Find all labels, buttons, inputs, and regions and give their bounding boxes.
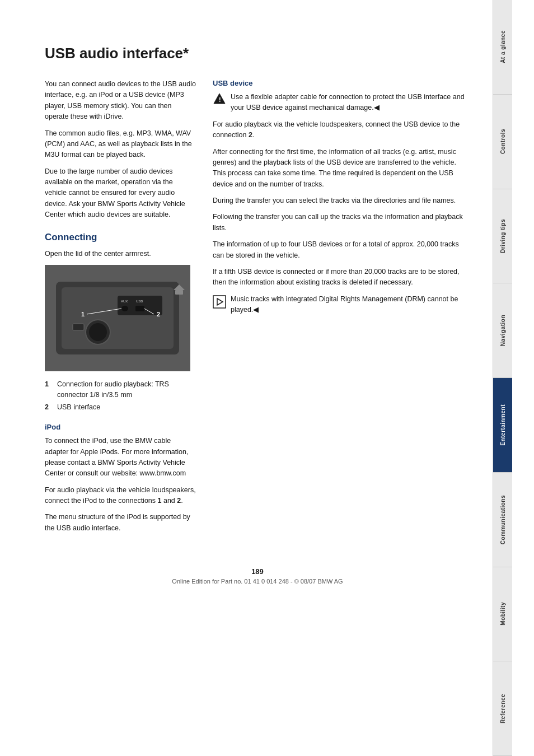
left-column: You can connect audio devices to the USB… <box>45 79 196 539</box>
footer: 189 Online Edition for Part no. 01 41 0 … <box>45 562 470 585</box>
side-tabs: At a glance Controls Driving tips Naviga… <box>493 0 512 756</box>
intro-para-1: You can connect audio devices to the USB… <box>45 79 196 123</box>
footer-text: Online Edition for Part no. 01 41 0 014 … <box>172 578 343 585</box>
right-column: USB device ! Use a flexible adapter cabl… <box>213 79 470 539</box>
connecting-intro: Open the lid of the center armrest. <box>45 249 196 259</box>
armrest-image: AUX USB 1 2 <box>45 265 190 371</box>
intro-para-3: Due to the large number of audio devices… <box>45 166 196 221</box>
tab-at-a-glance[interactable]: At a glance <box>493 0 512 95</box>
tab-navigation[interactable]: Navigation <box>493 283 512 378</box>
usb-para-6: If a fifth USB device is connected or if… <box>213 267 470 288</box>
svg-point-13 <box>89 323 107 341</box>
main-content: USB audio interface* You can connect aud… <box>0 0 493 756</box>
svg-text:2: 2 <box>157 311 160 318</box>
warning-box: ! Use a flexible adapter cable for conne… <box>213 92 470 114</box>
usb-para-4: Following the transfer you can call up t… <box>213 212 470 234</box>
list-item-1: 1 Connection for audio playback: TRS con… <box>45 379 196 400</box>
svg-marker-19 <box>217 298 223 305</box>
usb-device-heading: USB device <box>213 79 470 87</box>
svg-rect-15 <box>175 290 183 295</box>
note-text: Music tracks with integrated Digital Rig… <box>231 294 470 316</box>
tab-driving-tips[interactable]: Driving tips <box>493 189 512 284</box>
svg-rect-18 <box>213 296 226 308</box>
usb-para-5: The information of up to four USB device… <box>213 239 470 261</box>
svg-text:AUX: AUX <box>121 300 128 303</box>
svg-text:USB: USB <box>136 300 143 303</box>
svg-rect-3 <box>118 296 162 315</box>
play-triangle-icon <box>213 295 226 309</box>
ipod-para-3: The menu structure of the iPod is suppor… <box>45 512 196 534</box>
note-box: Music tracks with integrated Digital Rig… <box>213 294 470 316</box>
ipod-para-1: To connect the iPod, use the BMW cable a… <box>45 436 196 479</box>
tab-communications[interactable]: Communications <box>493 473 512 567</box>
svg-point-6 <box>121 306 128 311</box>
svg-rect-14 <box>73 324 84 330</box>
svg-rect-7 <box>135 306 144 311</box>
tab-reference[interactable]: Reference <box>493 661 512 756</box>
intro-para-2: The common audio files, e.g. MP3, WMA, W… <box>45 128 196 161</box>
usb-para-3: During the transfer you can select the t… <box>213 195 470 206</box>
warning-icon: ! <box>213 92 226 106</box>
usb-para-1: For audio playback via the vehicle louds… <box>213 119 470 141</box>
svg-text:!: ! <box>219 96 221 103</box>
page-title: USB audio interface* <box>45 45 470 62</box>
usb-para-2: After connecting for the first time, the… <box>213 147 470 190</box>
tab-controls[interactable]: Controls <box>493 95 512 189</box>
tab-mobility[interactable]: Mobility <box>493 567 512 662</box>
svg-text:1: 1 <box>81 311 85 318</box>
tab-entertainment[interactable]: Entertainment <box>493 378 512 473</box>
ipod-heading: iPod <box>45 423 196 431</box>
page-number: 189 <box>45 567 470 576</box>
connecting-heading: Connecting <box>45 232 196 243</box>
numbered-list: 1 Connection for audio playback: TRS con… <box>45 379 196 413</box>
list-item-2: 2 USB interface <box>45 402 196 413</box>
ipod-para-2: For audio playback via the vehicle louds… <box>45 485 196 507</box>
warning-text: Use a flexible adapter cable for connect… <box>231 92 470 114</box>
